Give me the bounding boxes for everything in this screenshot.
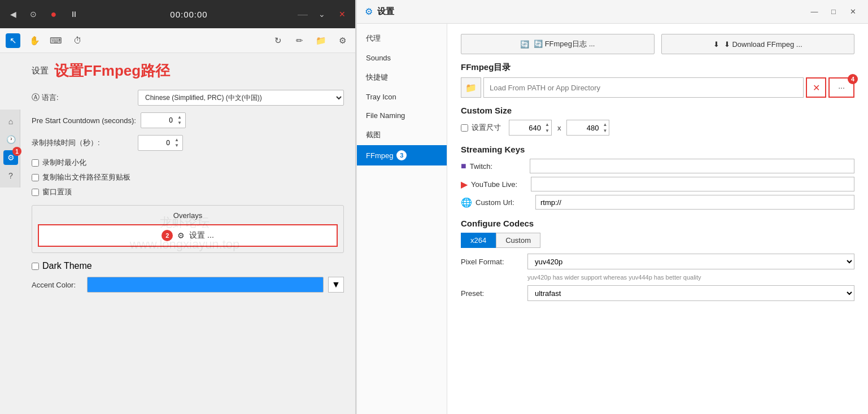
accent-color-label: Accent Color: (32, 281, 82, 289)
topmost-label: 窗口置顶 (42, 187, 72, 197)
width-value[interactable] (509, 124, 543, 132)
youtube-label: YouTube Live: (471, 180, 527, 189)
close-icon[interactable]: ✕ (336, 8, 348, 20)
custom-url-input[interactable] (535, 195, 854, 210)
custom-size-label: Custom Size (461, 106, 854, 115)
download-icon: ⬇ (713, 40, 719, 49)
clear-path-button[interactable]: ✕ (806, 77, 826, 98)
cursor-icon[interactable]: ↖ (6, 33, 20, 48)
dark-theme-label: Dark Theme (42, 261, 92, 271)
spin-down2[interactable]: ▼ (175, 143, 179, 149)
custom-url-row: 🌐 Custom Url: (461, 195, 854, 210)
minimize-label: 录制时最小化 (42, 158, 86, 168)
pixel-format-row: Pixel Format: yuv420p yuv444p (461, 254, 854, 269)
back-icon[interactable]: ◀ (7, 8, 19, 20)
dark-theme-checkbox[interactable] (32, 263, 39, 270)
nav-home-icon[interactable]: ⌂ (3, 114, 18, 129)
download-ffmpeg-button[interactable]: ⬇ ⬇ Download FFmpeg ... (661, 34, 855, 54)
topmost-checkbox[interactable] (32, 189, 39, 196)
restore-button[interactable]: □ (826, 5, 841, 19)
overlays-section: Overlays 2 ⚙ 设置 ... (32, 205, 344, 253)
spin-up[interactable]: ▲ (177, 115, 182, 120)
side-nav: ⌂ 🕐 ⚙ 1 ? (0, 110, 20, 188)
minimize-checkbox[interactable] (32, 159, 39, 167)
nav-ffmpeg-badge: 3 (396, 150, 407, 160)
nav-history-icon[interactable]: 🕐 (3, 132, 18, 147)
pre-start-spinner[interactable]: ▲ ▼ (177, 115, 182, 126)
pre-start-input[interactable]: ▲ ▼ (141, 112, 186, 128)
height-spinner[interactable]: ▲ ▼ (601, 121, 609, 134)
preset-select[interactable]: ultrafast superfast fast medium (527, 285, 854, 301)
record-icon[interactable]: ● (47, 8, 60, 20)
streaming-label: Streaming Keys (461, 145, 854, 154)
preset-row: Preset: ultrafast superfast fast medium (461, 285, 854, 301)
accent-color-bar[interactable] (87, 277, 324, 293)
duration-label: 录制持续时间（秒）: (32, 138, 133, 148)
nav-sounds[interactable]: Sounds (357, 49, 447, 67)
duration-spinner[interactable]: ▲ ▼ (175, 137, 179, 149)
height-value[interactable] (567, 124, 601, 132)
youtube-icon: ▶ (461, 179, 468, 190)
width-spin-down[interactable]: ▼ (545, 128, 549, 134)
youtube-key-input[interactable] (531, 177, 854, 191)
language-select[interactable]: Chinese (Simplified, PRC) (中文(中国)) (138, 90, 344, 106)
nav-settings-icon[interactable]: ⚙ 1 (3, 150, 18, 165)
twitch-label: Twitch: (470, 162, 526, 171)
language-label: Ⓐ 语言: (32, 93, 133, 103)
custom-size-checkbox[interactable] (461, 124, 468, 132)
height-input[interactable]: ▲ ▼ (566, 120, 609, 136)
nav-ffmpeg[interactable]: FFmpeg 3 (357, 145, 447, 165)
more-options-button[interactable]: ··· 4 (828, 77, 854, 98)
keyboard-icon[interactable]: ⌨ (49, 33, 63, 48)
nav-screenshot[interactable]: 截图 (357, 125, 447, 145)
nav-tray[interactable]: Tray Icon (357, 88, 447, 106)
pause-icon[interactable]: ⏸ (68, 8, 80, 20)
minimize-button[interactable]: — (807, 5, 822, 19)
codec-section: Configure Codecs x264 Custom Pixel Forma… (461, 219, 854, 301)
custom-url-label: Custom Url: (476, 198, 532, 207)
folder-btn[interactable]: 📁 (461, 77, 481, 98)
folder-icon[interactable]: 📁 (313, 33, 328, 48)
chevron-down-icon[interactable]: ⌄ (316, 8, 328, 20)
accent-color-dropdown[interactable]: ▼ (328, 277, 344, 293)
separator1: — (298, 8, 308, 20)
dialog-body: 代理 Sounds 快捷键 Tray Icon File Naming 截图 F… (357, 24, 868, 414)
width-spinner[interactable]: ▲ ▼ (543, 121, 551, 134)
width-input[interactable]: ▲ ▼ (509, 120, 552, 136)
spin-up2[interactable]: ▲ (175, 137, 179, 143)
height-spin-up[interactable]: ▲ (603, 121, 607, 128)
height-spin-down[interactable]: ▼ (603, 128, 607, 134)
hand-icon[interactable]: ✋ (27, 33, 42, 48)
custom-size-row: 设置尺寸 ▲ ▼ x ▲ ▼ (461, 120, 854, 136)
width-spin-up[interactable]: ▲ (545, 121, 549, 128)
nav-help-icon[interactable]: ? (3, 168, 18, 183)
codec-tabs: x264 Custom (461, 233, 854, 248)
nav-filenaming[interactable]: File Naming (357, 106, 447, 125)
ffmpeg-dir-row: 📁 ✕ ··· 4 (461, 77, 854, 98)
twitch-row: ■ Twitch: (461, 159, 854, 173)
dark-theme-row: Dark Theme (32, 261, 344, 271)
ffmpeg-path-input[interactable] (483, 77, 804, 98)
nav-ffmpeg-label: FFmpeg (366, 151, 393, 160)
spin-down[interactable]: ▼ (177, 120, 182, 126)
pixel-format-select[interactable]: yuv420p yuv444p (527, 254, 854, 269)
second-toolbar: ↖ ✋ ⌨ ⏱ ↻ ✏ 📁 ⚙ (0, 28, 355, 53)
settings-icon[interactable]: ⚙ (335, 33, 350, 48)
left-panel: ◀ ⊙ ● ⏸ 00:00:00 — ⌄ ✕ ↖ ✋ ⌨ ⏱ ↻ ✏ 📁 ⚙ ⌂… (0, 0, 356, 414)
tab-x264[interactable]: x264 (461, 233, 496, 248)
duration-value[interactable] (142, 139, 170, 147)
overlays-button[interactable]: 2 ⚙ 设置 ... (38, 224, 338, 247)
tab-custom[interactable]: Custom (496, 233, 540, 248)
nav-hotkeys[interactable]: 快捷键 (357, 67, 447, 88)
twitch-key-input[interactable] (530, 159, 854, 173)
ffmpeg-log-button[interactable]: 🔄 🔄 FFmpeg日志 ... (461, 34, 655, 54)
pre-start-value[interactable] (145, 116, 173, 124)
camera-icon[interactable]: ⊙ (27, 8, 40, 20)
copy-path-checkbox[interactable] (32, 174, 39, 181)
close-button[interactable]: ✕ (845, 5, 860, 19)
timer-icon[interactable]: ⏱ (70, 33, 85, 48)
duration-input[interactable]: ▲ ▼ (138, 135, 183, 151)
pencil-icon[interactable]: ✏ (292, 33, 307, 48)
nav-proxy[interactable]: 代理 (357, 28, 447, 49)
refresh-icon[interactable]: ↻ (271, 33, 285, 48)
